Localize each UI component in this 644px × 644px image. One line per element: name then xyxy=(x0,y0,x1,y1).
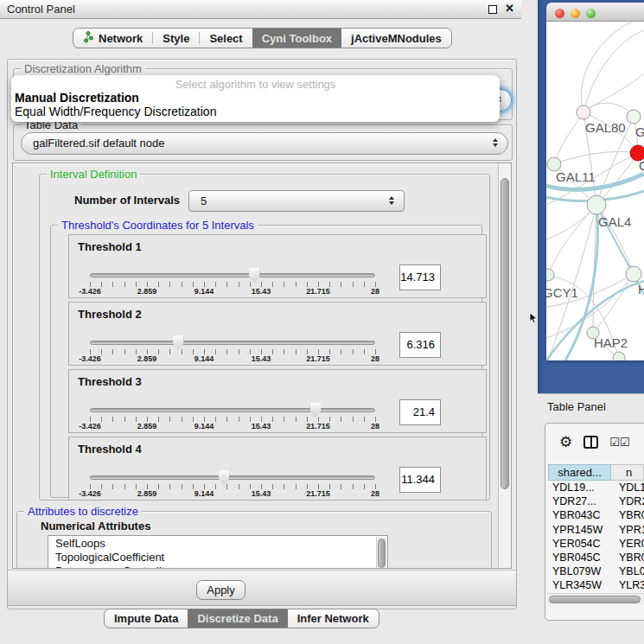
cell-name[interactable]: YBL0 xyxy=(611,564,644,578)
close-traffic-light-icon[interactable] xyxy=(555,9,564,18)
node-label: GCY1 xyxy=(546,285,578,300)
table-row[interactable]: YDL19...YDL1 xyxy=(548,481,644,494)
table-panel: ⚙ ☑☑ shared... n YDL19...YDL1YDR27...YDR… xyxy=(545,423,644,621)
cell-name[interactable]: YBR0 xyxy=(611,508,644,522)
tab-network[interactable]: Network xyxy=(73,29,152,48)
apply-button[interactable]: Apply xyxy=(196,580,245,600)
node-label: GAL4 xyxy=(598,214,631,229)
table-row[interactable]: YBR043CYBR0 xyxy=(548,508,644,522)
threshold-1-slider[interactable]: -3.4262.8599.14415.4321.71528 xyxy=(90,268,375,297)
slider-track[interactable] xyxy=(90,273,375,277)
tab-jactivemnodules[interactable]: jActiveMNodules xyxy=(341,29,451,48)
network-edges xyxy=(546,22,644,360)
threshold-4-slider[interactable]: -3.4262.8599.14415.4321.71528 xyxy=(90,470,375,500)
table-row[interactable]: YBR045CYBR0 xyxy=(548,551,644,564)
float-window-icon[interactable] xyxy=(488,5,497,14)
threshold-3-value-field[interactable]: 21.4 xyxy=(399,399,441,425)
tick-label: 15.43 xyxy=(252,354,271,363)
cell-name[interactable]: YER0 xyxy=(611,537,644,551)
slider-track[interactable] xyxy=(90,341,375,345)
table-row[interactable]: YDR27...YDR2 xyxy=(548,494,644,508)
cell-shared-name[interactable]: YER054C xyxy=(548,537,611,551)
number-of-intervals-value: 5 xyxy=(201,194,207,207)
threshold-2-slider[interactable]: -3.4262.8599.14415.4321.71528 xyxy=(90,335,375,365)
tab-impute-data[interactable]: Impute Data xyxy=(105,609,188,628)
table-row[interactable]: YER054CYER0 xyxy=(548,537,644,551)
threshold-4-box: Threshold 4 -3.4262.8599.14415.4321.7152… xyxy=(68,437,487,501)
close-icon[interactable]: ✕ xyxy=(505,2,514,15)
algorithm-option-manual[interactable]: Manual Discretization xyxy=(11,91,500,105)
cell-shared-name[interactable]: YBR045C xyxy=(548,551,611,564)
list-item[interactable]: TopologicalCoefficient xyxy=(48,550,387,564)
cell-name[interactable]: YDL1 xyxy=(611,481,644,494)
tab-cyni-toolbox[interactable]: Cyni Toolbox xyxy=(252,29,341,48)
cell-shared-name[interactable]: YDR27... xyxy=(548,494,611,508)
threshold-1-value-field[interactable]: 14.713 xyxy=(399,265,441,290)
split-view-icon[interactable] xyxy=(583,436,598,449)
gear-icon[interactable]: ⚙ xyxy=(559,435,572,450)
network-graph[interactable]: GAL80 GA C GAL11 GAL4 GCY1 H HAP2 xyxy=(546,22,644,360)
table-panel-toolbar: ⚙ ☑☑ xyxy=(545,424,644,460)
threshold-4-value-field[interactable]: 11.344 xyxy=(399,467,441,493)
cell-name[interactable]: YPR1 xyxy=(611,523,644,537)
list-item[interactable]: SelfLoops xyxy=(48,536,387,550)
slider-thumb[interactable] xyxy=(309,403,321,418)
tab-infer-network[interactable]: Infer Network xyxy=(288,609,379,628)
cell-shared-name[interactable]: YPR145W xyxy=(548,523,611,537)
network-node[interactable] xyxy=(627,110,641,124)
list-item[interactable]: BetweennessCentrality xyxy=(48,564,387,569)
tick-label: 2.859 xyxy=(137,287,157,296)
network-node[interactable] xyxy=(587,195,606,214)
minimize-traffic-light-icon[interactable] xyxy=(571,9,580,18)
slider-thumb[interactable] xyxy=(219,470,230,485)
tab-discretize-data[interactable]: Discretize Data xyxy=(188,609,287,628)
table-row[interactable]: YLR345WYLR3 xyxy=(548,578,644,590)
threshold-3-slider[interactable]: -3.4262.8599.14415.4321.71528 xyxy=(90,403,375,432)
cell-shared-name[interactable]: YDL19... xyxy=(548,481,611,494)
slider-track[interactable] xyxy=(90,475,375,480)
threshold-4-label: Threshold 4 xyxy=(78,443,142,456)
number-of-intervals-combobox[interactable]: 5 xyxy=(188,190,405,212)
tick-label: 21.715 xyxy=(306,287,330,296)
cell-shared-name[interactable]: YBL079W xyxy=(548,564,611,578)
tab-style[interactable]: Style xyxy=(153,29,199,48)
tick-label: -3.426 xyxy=(79,354,101,363)
tick-label: 21.715 xyxy=(306,354,330,363)
tick-label: 9.144 xyxy=(194,287,214,296)
table-row[interactable]: YPR145WYPR1 xyxy=(548,523,644,537)
select-columns-icon[interactable]: ☑☑ xyxy=(609,436,629,449)
network-node[interactable] xyxy=(613,352,625,360)
cell-shared-name[interactable]: YLR345W xyxy=(548,578,611,590)
network-window: GAL80 GA C GAL11 GAL4 GCY1 H HAP2 xyxy=(546,3,644,360)
slider-thumb[interactable] xyxy=(249,268,260,283)
network-node[interactable] xyxy=(546,269,554,281)
numerical-attributes-list[interactable]: SelfLoops TopologicalCoefficient Between… xyxy=(48,535,388,569)
slider-track[interactable] xyxy=(90,408,375,412)
tick-label: -3.426 xyxy=(79,489,101,498)
threshold-2-value-field[interactable]: 6.316 xyxy=(399,332,441,358)
thresholds-group-label: Threshold's Coordinates for 5 Intervals xyxy=(58,219,258,232)
network-node[interactable] xyxy=(577,105,590,119)
panel-scrollbar-thumb[interactable] xyxy=(501,178,509,489)
panel-scrollbar[interactable] xyxy=(498,163,511,569)
network-canvas[interactable]: GAL80 GA C GAL11 GAL4 GCY1 H HAP2 xyxy=(546,22,644,360)
slider-thumb[interactable] xyxy=(173,335,184,350)
table-data-combobox[interactable]: galFiltered.sif default node xyxy=(21,132,508,155)
horizontal-scrollbar-thumb[interactable] xyxy=(549,596,641,603)
column-header-shared-name[interactable]: shared... xyxy=(548,464,611,481)
tab-select[interactable]: Select xyxy=(200,29,252,48)
network-node[interactable] xyxy=(626,266,641,282)
cell-name[interactable]: YLR3 xyxy=(611,578,644,590)
zoom-traffic-light-icon[interactable] xyxy=(586,9,596,18)
cell-name[interactable]: YBR0 xyxy=(611,551,644,564)
node-label: H xyxy=(638,282,644,296)
list-scrollbar[interactable] xyxy=(376,537,386,569)
algorithm-option-equal-width[interactable]: Equal Width/Frequency Discretization xyxy=(11,105,500,118)
horizontal-scrollbar[interactable] xyxy=(547,593,644,604)
cell-shared-name[interactable]: YBR043C xyxy=(548,508,611,522)
table-row[interactable]: YBL079WYBL0 xyxy=(548,564,644,578)
numerical-attributes-label: Numerical Attributes xyxy=(41,520,150,532)
cell-name[interactable]: YDR2 xyxy=(611,494,644,508)
column-header-name[interactable]: n xyxy=(611,464,644,481)
tick-label: 28 xyxy=(371,354,379,363)
